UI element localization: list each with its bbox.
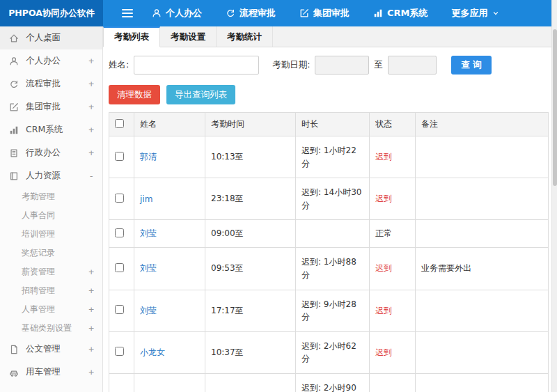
attendance-time: 17:17至 bbox=[205, 290, 296, 331]
book-icon bbox=[9, 171, 20, 181]
expand-toggle-icon[interactable]: + bbox=[88, 285, 94, 296]
topnav-item[interactable]: 集团审批 bbox=[299, 7, 350, 19]
filter-row: 姓名: 考勤日期: 至 查 询 bbox=[109, 56, 546, 75]
topnav-label: 更多应用 bbox=[452, 7, 488, 19]
expand-toggle-icon[interactable]: + bbox=[88, 304, 94, 315]
user-icon bbox=[152, 8, 162, 18]
attendance-time: 09:53至 bbox=[205, 248, 296, 290]
sidebar-item[interactable]: 奖惩记录 bbox=[0, 244, 102, 262]
scrollbar-thumb[interactable] bbox=[553, 29, 557, 186]
date-filter-label: 考勤日期: bbox=[272, 59, 310, 71]
expand-toggle-icon[interactable]: + bbox=[88, 344, 94, 354]
tab-attendance-stats[interactable]: 考勤统计 bbox=[217, 26, 273, 47]
date-from-input[interactable] bbox=[315, 56, 369, 75]
topnav-item[interactable]: 个人办公 bbox=[152, 7, 202, 19]
expand-toggle-icon[interactable]: + bbox=[88, 267, 94, 277]
flow-icon bbox=[9, 79, 20, 89]
expand-toggle-icon[interactable]: + bbox=[88, 125, 94, 135]
sidebar-item[interactable]: 招聘管理+ bbox=[0, 281, 102, 300]
select-all-checkbox[interactable] bbox=[115, 119, 124, 128]
sidebar-item[interactable]: 行政办公+ bbox=[0, 141, 102, 164]
expand-toggle-icon[interactable]: + bbox=[88, 79, 94, 89]
chart-icon bbox=[9, 125, 20, 135]
expand-toggle-icon[interactable]: + bbox=[88, 56, 94, 66]
status-cell: 迟到 bbox=[370, 290, 416, 331]
sidebar-item[interactable]: 人力资源- bbox=[0, 164, 102, 187]
table-row: 郭清10:13至迟到: 1小时22分迟到 bbox=[109, 136, 549, 178]
name-filter-input[interactable] bbox=[134, 56, 259, 75]
note-cell bbox=[416, 331, 549, 373]
table-row: 刘莹17:17至迟到: 9小时28分迟到 bbox=[109, 290, 549, 331]
home-icon bbox=[9, 33, 20, 43]
export-list-button[interactable]: 导出查询列表 bbox=[166, 85, 235, 104]
employee-name-link[interactable]: 刘莹 bbox=[140, 306, 157, 315]
file-icon bbox=[9, 345, 20, 354]
sidebar-item-label: 个人办公 bbox=[26, 55, 61, 67]
topnav-label: 集团审批 bbox=[313, 7, 350, 19]
employee-name-link[interactable]: 刘莹 bbox=[140, 228, 157, 238]
search-button[interactable]: 查 询 bbox=[451, 56, 492, 75]
row-checkbox[interactable] bbox=[115, 152, 124, 161]
sidebar-item[interactable]: 个人办公+ bbox=[0, 49, 102, 72]
duration-line: 迟到: 2小时62分 bbox=[301, 340, 363, 366]
employee-name-link[interactable]: 小龙女 bbox=[140, 347, 165, 357]
tab-bar: 考勤列表考勤设置考勤统计 bbox=[103, 26, 551, 47]
status-cell: 迟到 bbox=[370, 178, 416, 220]
sidebar-item[interactable]: 薪资管理+ bbox=[0, 262, 102, 281]
sidebar-item[interactable]: 个人桌面 bbox=[0, 26, 102, 49]
sidebar-item-label: 考勤管理 bbox=[22, 191, 55, 203]
row-checkbox[interactable] bbox=[115, 263, 124, 272]
table-row: 管理员10:54至10:54迟到: 2小时90分早退: 7小时10分迟到/早退1… bbox=[109, 373, 549, 392]
date-to-input[interactable] bbox=[388, 56, 437, 75]
sidebar-item[interactable]: 培训管理 bbox=[0, 225, 102, 244]
note-cell bbox=[416, 290, 549, 331]
sidebar-item[interactable]: 考勤管理 bbox=[0, 187, 102, 206]
topbar: PHPOA协同办公软件 个人办公流程审批集团审批CRM系统更多应用 bbox=[0, 0, 557, 26]
sidebar-item[interactable]: 公文管理+ bbox=[0, 338, 102, 361]
column-header: 时长 bbox=[296, 113, 370, 136]
expand-toggle-icon[interactable]: + bbox=[88, 323, 94, 334]
expand-toggle-icon[interactable]: + bbox=[88, 148, 94, 158]
employee-name-link[interactable]: 郭清 bbox=[140, 152, 157, 162]
row-checkbox[interactable] bbox=[115, 305, 124, 314]
row-checkbox[interactable] bbox=[115, 347, 124, 356]
status-cell: 迟到 bbox=[370, 248, 416, 290]
row-checkbox[interactable] bbox=[115, 194, 124, 203]
tab-attendance-list[interactable]: 考勤列表 bbox=[103, 26, 160, 47]
scrollbar[interactable] bbox=[551, 0, 557, 392]
topnav-item[interactable]: 更多应用 bbox=[452, 7, 499, 19]
duration-cell: 迟到: 14小时30分 bbox=[296, 178, 370, 220]
sidebar-item[interactable]: 集团审批+ bbox=[0, 95, 102, 118]
sidebar-item[interactable]: CRM系统+ bbox=[0, 118, 102, 141]
edit-icon bbox=[9, 102, 20, 112]
row-checkbox[interactable] bbox=[115, 228, 124, 237]
topnav-item[interactable]: 流程审批 bbox=[226, 7, 276, 19]
sidebar-item-label: 集团审批 bbox=[26, 101, 61, 113]
duration-cell bbox=[296, 220, 370, 248]
sidebar-item[interactable]: 流程审批+ bbox=[0, 72, 102, 95]
topnav-item[interactable]: CRM系统 bbox=[373, 7, 428, 19]
sidebar-item-label: 人事合同 bbox=[22, 210, 55, 221]
duration-line: 迟到: 1小时22分 bbox=[301, 144, 363, 170]
column-header: 状态 bbox=[370, 113, 416, 136]
expand-toggle-icon[interactable]: - bbox=[88, 171, 94, 181]
sidebar-item[interactable]: 基础类别设置+ bbox=[0, 319, 102, 338]
attendance-time: 10:37至 bbox=[205, 331, 296, 373]
sidebar-item-label: 用车管理 bbox=[26, 366, 61, 378]
menu-toggle-icon[interactable] bbox=[122, 9, 133, 17]
sidebar-item-label: 公文管理 bbox=[26, 343, 61, 355]
sidebar-item[interactable]: 人事合同 bbox=[0, 206, 102, 225]
note-cell bbox=[416, 136, 549, 178]
expand-toggle-icon[interactable]: + bbox=[88, 367, 94, 377]
expand-toggle-icon[interactable]: + bbox=[88, 102, 94, 112]
employee-name-link[interactable]: 刘莹 bbox=[140, 263, 157, 273]
sidebar-item[interactable]: 用车管理+ bbox=[0, 361, 102, 384]
sidebar: 个人桌面个人办公+流程审批+集团审批+CRM系统+行政办公+人力资源-考勤管理人… bbox=[0, 26, 103, 392]
employee-name-link[interactable]: jim bbox=[140, 194, 152, 204]
tab-attendance-settings[interactable]: 考勤设置 bbox=[160, 26, 217, 47]
building-icon bbox=[9, 148, 20, 158]
duration-cell: 迟到: 1小时22分 bbox=[296, 136, 370, 178]
date-to-label: 至 bbox=[374, 59, 383, 71]
sidebar-item[interactable]: 人事管理+ bbox=[0, 300, 102, 319]
clear-data-button[interactable]: 清理数据 bbox=[109, 85, 160, 104]
